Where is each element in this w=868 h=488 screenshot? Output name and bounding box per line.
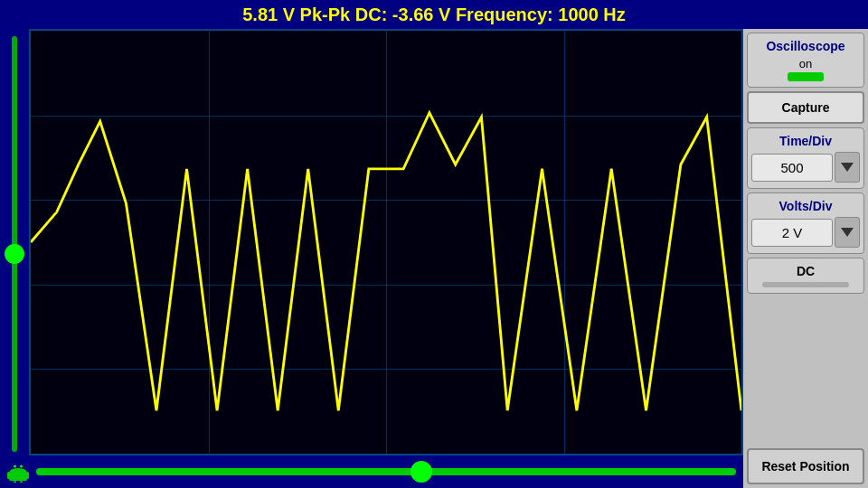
chevron-down-icon-2 bbox=[841, 228, 854, 237]
svg-point-1 bbox=[20, 465, 23, 468]
capture-button[interactable]: Capture bbox=[747, 91, 864, 124]
android-icon bbox=[7, 461, 29, 483]
time-div-label: Time/Div bbox=[779, 134, 832, 148]
vertical-slider-container bbox=[0, 29, 29, 455]
horizontal-slider-wrapper bbox=[7, 468, 736, 475]
horizontal-thumb[interactable] bbox=[410, 461, 432, 483]
svg-rect-4 bbox=[14, 481, 16, 483]
volts-div-row: 2 V bbox=[751, 217, 860, 248]
vertical-thumb[interactable] bbox=[5, 244, 24, 264]
bottom-slider-container bbox=[0, 455, 743, 488]
svg-marker-6 bbox=[841, 163, 854, 172]
svg-rect-3 bbox=[26, 472, 29, 479]
volts-div-label: Volts/Div bbox=[779, 199, 833, 213]
time-div-row: 500 bbox=[751, 152, 860, 183]
volts-div-dropdown[interactable] bbox=[835, 217, 860, 248]
screen-wrapper bbox=[0, 29, 743, 455]
status-indicator bbox=[788, 72, 824, 81]
measurement-bar: 5.81 V Pk-Pk DC: -3.66 V Frequency: 1000… bbox=[0, 0, 868, 29]
waveform-line bbox=[31, 113, 741, 411]
volts-div-value: 2 V bbox=[751, 219, 833, 247]
volts-div-section: Volts/Div 2 V bbox=[747, 192, 864, 254]
svg-rect-2 bbox=[7, 472, 10, 479]
main-content: Oscilloscope on Capture Time/Div 500 Vol… bbox=[0, 29, 868, 488]
time-div-dropdown[interactable] bbox=[835, 152, 860, 183]
oscilloscope-screen bbox=[29, 29, 743, 455]
dc-label: DC bbox=[797, 264, 815, 278]
svg-rect-5 bbox=[20, 481, 23, 483]
waveform-svg bbox=[31, 31, 741, 454]
horizontal-track[interactable] bbox=[36, 468, 736, 475]
reset-position-button[interactable]: Reset Position bbox=[747, 448, 864, 484]
time-div-section: Time/Div 500 bbox=[747, 127, 864, 189]
display-area bbox=[0, 29, 743, 488]
chevron-down-icon bbox=[841, 163, 854, 172]
svg-point-0 bbox=[14, 465, 16, 468]
time-div-value: 500 bbox=[751, 154, 833, 182]
oscilloscope-label: Oscilloscope bbox=[766, 39, 844, 53]
oscilloscope-status-value: on bbox=[799, 57, 812, 70]
measurement-text: 5.81 V Pk-Pk DC: -3.66 V Frequency: 1000… bbox=[242, 5, 626, 25]
right-panel: Oscilloscope on Capture Time/Div 500 Vol… bbox=[743, 29, 868, 488]
vertical-track[interactable] bbox=[12, 36, 17, 452]
svg-marker-7 bbox=[841, 228, 854, 237]
dc-section: DC bbox=[747, 258, 864, 294]
dc-bar bbox=[762, 282, 849, 287]
oscilloscope-status-section: Oscilloscope on bbox=[747, 33, 864, 88]
